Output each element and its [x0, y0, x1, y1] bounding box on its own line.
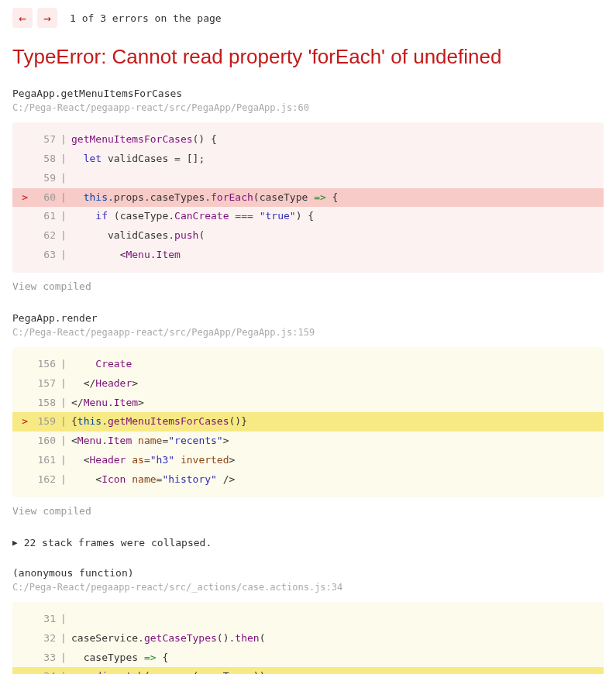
frame-location: C:/Pega-React/pegaapp-react/src/PegaApp/…	[12, 102, 604, 113]
code-line: 61 | if (caseType.CanCreate === "true") …	[12, 207, 604, 226]
code-line: 62 | validCases.push(	[12, 226, 604, 246]
code-line: 158 | </Menu.Item>	[12, 394, 604, 413]
chevron-right-icon: ▶	[12, 538, 18, 548]
code-block: 57 | getMenuItemsForCases() { 58 | let v…	[12, 122, 604, 273]
code-line: 58 | let validCases = [];	[12, 150, 604, 169]
collapsed-frames-label: 22 stack frames were collapsed.	[24, 537, 212, 548]
error-title: TypeError: Cannot read property 'forEach…	[12, 45, 604, 69]
code-line: 161 | <Header as="h3" inverted>	[12, 451, 604, 470]
code-block: 31 | 32 | caseService.getCaseTypes().the…	[12, 602, 604, 674]
frame-function: PegaApp.render	[12, 312, 604, 324]
code-line-highlighted: > 159 | {this.getMenuItemsForCases()}	[12, 412, 604, 432]
view-compiled-link[interactable]: View compiled	[12, 505, 604, 517]
code-line: 156 | Create	[12, 355, 604, 374]
code-line: 157 | </Header>	[12, 374, 604, 394]
code-line-highlighted: > 60 | this.props.caseTypes.forEach(case…	[12, 188, 604, 208]
code-line-highlighted: > 34 | dispatch(success(caseTypes));	[12, 667, 604, 674]
frame-location: C:/Pega-React/pegaapp-react/src/PegaApp/…	[12, 327, 604, 338]
collapsed-frames-toggle[interactable]: ▶ 22 stack frames were collapsed.	[12, 537, 604, 548]
frame-function: (anonymous function)	[12, 567, 604, 579]
frame-location: C:/Pega-React/pegaapp-react/src/_actions…	[12, 582, 604, 593]
next-error-button[interactable]: →	[37, 8, 57, 28]
stack-frame: (anonymous function) C:/Pega-React/pegaa…	[12, 567, 604, 674]
stack-frame: PegaApp.getMenuItemsForCases C:/Pega-Rea…	[12, 88, 604, 292]
error-nav: ← → 1 of 3 errors on the page	[12, 8, 604, 28]
code-line: 59 |	[12, 169, 604, 188]
code-line: 160 | <Menu.Item name="recents">	[12, 432, 604, 451]
code-line: 31 |	[12, 610, 604, 629]
prev-error-button[interactable]: ←	[12, 8, 33, 28]
frame-function: PegaApp.getMenuItemsForCases	[12, 88, 604, 99]
stack-frame: PegaApp.render C:/Pega-React/pegaapp-rea…	[12, 312, 604, 517]
view-compiled-link[interactable]: View compiled	[12, 280, 604, 292]
error-counter: 1 of 3 errors on the page	[70, 12, 222, 24]
code-line: 32 | caseService.getCaseTypes().then(	[12, 629, 604, 648]
code-line: 33 | caseTypes => {	[12, 648, 604, 668]
code-block: 156 | Create 157 | </Header> 158 | </Men…	[12, 347, 604, 497]
code-line: 57 | getMenuItemsForCases() {	[12, 130, 604, 150]
code-line: 63 | <Menu.Item	[12, 246, 604, 265]
code-line: 162 | <Icon name="history" />	[12, 470, 604, 490]
